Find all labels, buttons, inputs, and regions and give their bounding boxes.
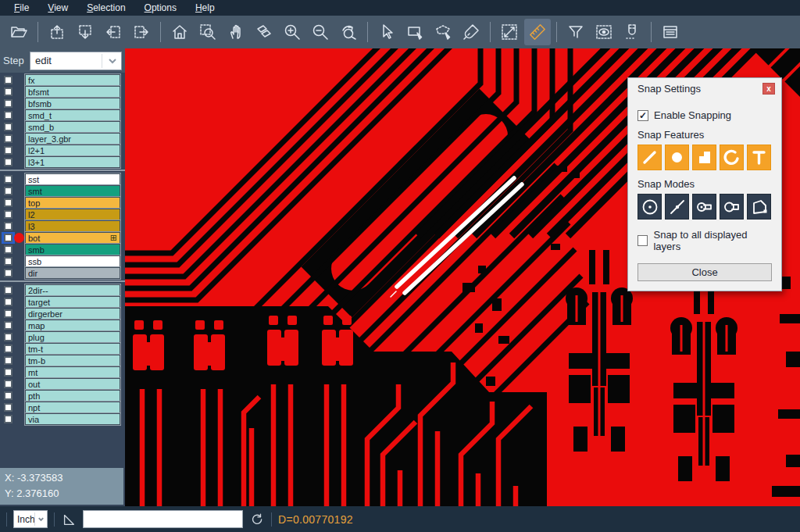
layer-visibility-checkbox[interactable] — [0, 209, 25, 220]
layer-visibility-checkbox[interactable] — [0, 185, 25, 197]
layer-row-target[interactable]: target⊞ — [0, 296, 125, 308]
layer-visibility-checkbox[interactable] — [0, 244, 25, 255]
select-button[interactable] — [373, 19, 400, 45]
layer-visibility-checkbox[interactable] — [0, 109, 25, 121]
top-side-button[interactable] — [44, 19, 70, 45]
layer-row-mt[interactable]: mt⊞ — [0, 366, 125, 378]
next-view-button[interactable] — [128, 19, 155, 45]
zoom-previous-button[interactable] — [335, 19, 362, 45]
layer-name[interactable]: layer_3.gbr⊞ — [25, 133, 120, 145]
refresh-icon[interactable] — [249, 512, 265, 527]
layer-row-smt[interactable]: smt⊞ — [0, 185, 125, 197]
layer-name[interactable]: dirgerber⊞ — [25, 308, 120, 320]
snap-feature-surface-button[interactable] — [692, 145, 716, 170]
ruler-button[interactable] — [524, 19, 551, 45]
layers-panel-button[interactable] — [657, 19, 684, 45]
snap-mode-center-button[interactable] — [638, 194, 662, 220]
step-select[interactable]: edit — [30, 52, 122, 70]
layer-row-fx[interactable]: fx⊞ — [0, 74, 125, 86]
layer-name[interactable]: sst⊞ — [25, 173, 120, 185]
layer-row-dirgerber[interactable]: dirgerber⊞ — [0, 308, 125, 320]
layer-visibility-checkbox[interactable] — [0, 145, 25, 156]
layer-visibility-checkbox[interactable] — [0, 156, 25, 168]
layer-row-pth[interactable]: pth⊞ — [0, 390, 125, 402]
zoom-polygon-button[interactable] — [251, 19, 277, 45]
layer-visibility-checkbox[interactable] — [0, 343, 25, 355]
layer-row-2dir--[interactable]: 2dir--⊞ — [0, 284, 125, 296]
enable-snapping-checkbox[interactable] — [638, 110, 648, 121]
layer-row-tm-b[interactable]: tm-b⊞ — [0, 355, 125, 366]
layer-name[interactable]: l2+1⊞ — [25, 145, 120, 156]
layer-visibility-checkbox[interactable] — [0, 255, 25, 267]
snap-all-layers-checkbox[interactable] — [638, 235, 648, 246]
layer-visibility-checkbox[interactable] — [0, 220, 25, 232]
snap-feature-arc-button[interactable] — [720, 145, 744, 170]
layer-name[interactable]: bfsmt⊞ — [25, 86, 120, 98]
layer-visibility-checkbox[interactable] — [0, 197, 25, 209]
layer-name[interactable]: smd_t⊞ — [25, 109, 120, 121]
layer-name[interactable]: map⊞ — [25, 320, 120, 331]
layer-row-dir[interactable]: dir⊞ — [0, 267, 125, 279]
layer-name[interactable]: tm-b⊞ — [25, 355, 120, 366]
pan-button[interactable] — [223, 19, 249, 45]
menu-selection[interactable]: Selection — [79, 1, 133, 15]
layer-name[interactable]: out⊞ — [25, 378, 120, 390]
snap-mode-slot-button[interactable] — [692, 194, 716, 220]
layer-name[interactable]: via⊞ — [25, 413, 120, 425]
layer-visibility-checkbox[interactable] — [0, 355, 25, 366]
layer-row-bfsmt[interactable]: bfsmt⊞ — [0, 86, 125, 98]
layer-name[interactable]: l3+1⊞ — [25, 156, 120, 168]
snap-mode-slot-outline-button[interactable] — [720, 194, 744, 220]
zoom-window-button[interactable] — [195, 19, 221, 45]
layer-row-l3+1[interactable]: l3+1⊞ — [0, 156, 125, 168]
layer-row-npt[interactable]: npt⊞ — [0, 402, 125, 413]
open-button[interactable] — [5, 19, 32, 45]
layer-name[interactable]: top⊞ — [25, 197, 120, 209]
layer-row-sst[interactable]: sst⊞ — [0, 173, 125, 185]
layer-row-smd_t[interactable]: smd_t⊞ — [0, 109, 125, 121]
layer-visibility-checkbox[interactable] — [0, 308, 25, 320]
layer-row-l2[interactable]: l2⊞ — [0, 209, 125, 220]
previous-view-button[interactable] — [100, 19, 127, 45]
layer-row-ssb[interactable]: ssb⊞ — [0, 255, 125, 267]
layer-row-top[interactable]: top⊞ — [0, 197, 125, 209]
menu-options[interactable]: Options — [137, 1, 184, 15]
command-input[interactable] — [83, 510, 243, 528]
layer-name[interactable]: l2⊞ — [25, 209, 120, 220]
layer-visibility-checkbox[interactable] — [0, 173, 25, 185]
unit-select[interactable]: Inch — [13, 510, 48, 528]
layer-row-tm-t[interactable]: tm-t⊞ — [0, 343, 125, 355]
layer-visibility-checkbox[interactable] — [0, 98, 25, 109]
layer-row-map[interactable]: map⊞ — [0, 320, 125, 331]
layer-visibility-checkbox[interactable] — [0, 86, 25, 98]
layer-name[interactable]: mt⊞ — [25, 366, 120, 378]
layer-name[interactable]: target⊞ — [25, 296, 120, 308]
polygon-select-button[interactable] — [430, 19, 456, 45]
layer-name[interactable]: tm-t⊞ — [25, 343, 120, 355]
layer-name[interactable]: smb⊞ — [25, 244, 120, 255]
bottom-side-button[interactable] — [72, 19, 98, 45]
layer-name[interactable]: smt⊞ — [25, 185, 120, 197]
layer-name[interactable]: npt⊞ — [25, 402, 120, 413]
layer-visibility-checkbox[interactable] — [0, 413, 25, 425]
snap-mode-contour-button[interactable] — [747, 194, 771, 220]
layer-row-layer_3.gbr[interactable]: layer_3.gbr⊞ — [0, 133, 125, 145]
layer-visibility-checkbox[interactable] — [0, 284, 25, 296]
layer-row-out[interactable]: out⊞ — [0, 378, 125, 390]
layer-row-l3[interactable]: l3⊞ — [0, 220, 125, 232]
layer-row-smd_b[interactable]: smd_b⊞ — [0, 121, 125, 133]
filter-button[interactable] — [562, 19, 589, 45]
layer-name[interactable]: pth⊞ — [25, 390, 120, 402]
layer-name[interactable]: l3⊞ — [25, 220, 120, 232]
layer-visibility-checkbox[interactable] — [0, 133, 25, 145]
snap-mode-midpoint-button[interactable] — [665, 194, 689, 220]
layer-visibility-checkbox[interactable] — [0, 232, 25, 244]
angle-corner-icon[interactable] — [61, 512, 77, 527]
layer-row-bfsmb[interactable]: bfsmb⊞ — [0, 98, 125, 109]
layer-name[interactable]: 2dir--⊞ — [25, 284, 120, 296]
rect-select-button[interactable] — [402, 19, 428, 45]
layer-name[interactable]: bot⊞ — [25, 232, 120, 244]
layer-visibility-checkbox[interactable] — [0, 390, 25, 402]
snap-feature-pad-button[interactable] — [665, 145, 689, 170]
show-objects-button[interactable] — [591, 19, 617, 45]
